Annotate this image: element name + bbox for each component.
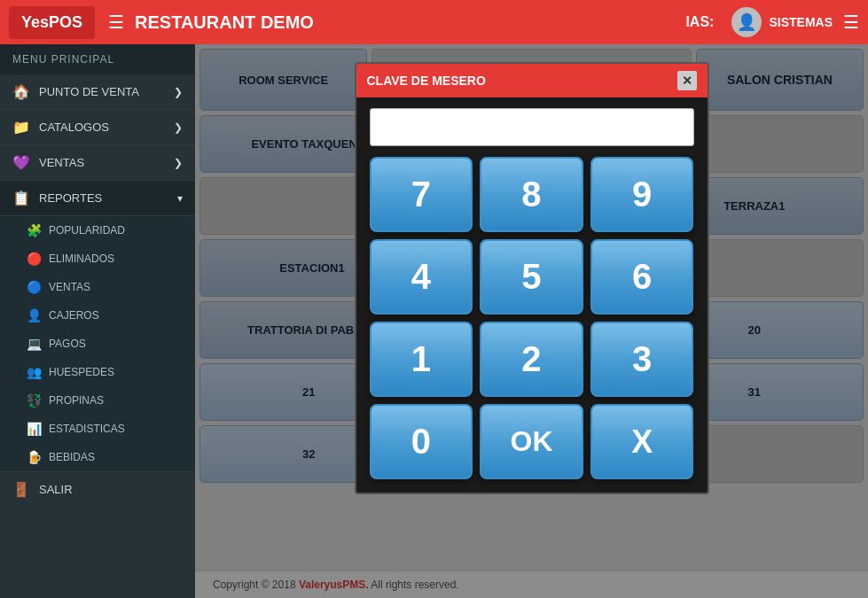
chevron-right-icon: ❯ [174, 86, 183, 98]
sidebar-label-ventas: VENTAS [39, 156, 84, 169]
modal-close-button[interactable]: ✕ [677, 71, 697, 90]
keypad-ok[interactable]: OK [480, 404, 583, 479]
clave-mesero-modal: CLAVE DE MESERO ✕ 7 8 9 4 5 6 1 2 3 0 OK… [355, 62, 709, 494]
salir-icon: 🚪 [12, 481, 30, 498]
cajeros-icon: 👤 [27, 308, 42, 322]
username-label: SISTEMAS [769, 15, 833, 29]
sidebar-item-punto-de-venta[interactable]: 🏠 PUNTO DE VENTA ❯ [0, 74, 195, 110]
ventas-sub-icon: 🔵 [27, 280, 42, 294]
main-content: ROOM SERVICE SALON CRISTIAN EVENTO TAXQU… [195, 44, 868, 598]
sidebar-item-salir[interactable]: 🚪 SALIR [0, 471, 195, 507]
sub-label-popularidad: POPULARIDAD [49, 224, 125, 237]
reportes-submenu: 🧩 POPULARIDAD 🔴 ELIMINADOS 🔵 VENTAS 👤 CA… [0, 216, 195, 471]
top-menu-icon[interactable]: ☰ [843, 12, 859, 33]
main-layout: Menu Principal 🏠 PUNTO DE VENTA ❯ 📁 CATA… [0, 44, 868, 598]
notifications-label: IAS: [685, 14, 714, 30]
sidebar-label-catalogos: CATALOGOS [39, 120, 109, 134]
sidebar-item-popularidad[interactable]: 🧩 POPULARIDAD [0, 216, 195, 245]
keypad-5[interactable]: 5 [480, 239, 583, 315]
keypad-2[interactable]: 2 [480, 322, 583, 397]
sidebar-item-cajeros[interactable]: 👤 CAJEROS [0, 301, 195, 330]
sidebar-item-huespedes[interactable]: 👥 HUESPEDES [0, 358, 195, 386]
chevron-down-icon: ▾ [177, 192, 183, 205]
sub-label-pagos: PAGOS [49, 338, 86, 350]
hamburger-icon[interactable]: ☰ [108, 12, 124, 33]
sub-label-eliminados: ELIMINADOS [49, 252, 114, 265]
propinas-icon: 💱 [27, 393, 42, 408]
popularidad-icon: 🧩 [27, 223, 42, 237]
brand-logo: YesPOS [9, 6, 95, 39]
keypad-4[interactable]: 4 [370, 239, 473, 315]
chevron-right-icon2: ❯ [174, 121, 183, 134]
sidebar-header: Menu Principal [0, 44, 195, 74]
keypad-0[interactable]: 0 [370, 404, 473, 479]
user-area: 👤 SISTEMAS [731, 7, 833, 37]
keypad-6[interactable]: 6 [590, 239, 694, 315]
sidebar-item-estadisticas[interactable]: 📊 ESTADISTICAS [0, 415, 195, 443]
sub-label-estadisticas: ESTADISTICAS [49, 423, 125, 435]
keypad-3[interactable]: 3 [590, 322, 694, 397]
sidebar: Menu Principal 🏠 PUNTO DE VENTA ❯ 📁 CATA… [0, 44, 195, 598]
keypad-7[interactable]: 7 [370, 157, 473, 232]
keypad-8[interactable]: 8 [480, 157, 583, 232]
sidebar-item-eliminados[interactable]: 🔴 ELIMINADOS [0, 245, 195, 273]
sidebar-item-propinas[interactable]: 💱 PROPINAS [0, 386, 195, 415]
reportes-icon: 📋 [12, 190, 30, 206]
modal-overlay: CLAVE DE MESERO ✕ 7 8 9 4 5 6 1 2 3 0 OK… [195, 44, 868, 598]
sidebar-item-bebidas[interactable]: 🍺 BEBIDAS [0, 443, 195, 471]
keypad-9[interactable]: 9 [590, 157, 694, 232]
salir-label: SALIR [39, 483, 73, 496]
sidebar-item-ventas[interactable]: 💜 VENTAS ❯ [0, 145, 195, 181]
sub-label-ventas: VENTAS [49, 281, 90, 293]
keypad-1[interactable]: 1 [370, 322, 473, 397]
sidebar-label-reportes: REPORTES [39, 191, 102, 205]
estadisticas-icon: 📊 [27, 422, 42, 436]
keypad-grid: 7 8 9 4 5 6 1 2 3 0 OK X [370, 157, 694, 479]
sub-label-cajeros: CAJEROS [49, 309, 99, 322]
sub-label-bebidas: BEBIDAS [49, 451, 95, 463]
modal-title: CLAVE DE MESERO [367, 74, 486, 88]
sub-label-huespedes: HUESPEDES [49, 366, 114, 378]
huespedes-icon: 👥 [27, 365, 42, 379]
sidebar-label-punto: PUNTO DE VENTA [39, 85, 139, 98]
pagos-icon: 💻 [27, 337, 42, 351]
sidebar-item-ventas-sub[interactable]: 🔵 VENTAS [0, 273, 195, 301]
eliminados-icon: 🔴 [27, 252, 42, 266]
modal-header: CLAVE DE MESERO ✕ [356, 64, 708, 97]
sub-label-propinas: PROPINAS [49, 394, 104, 407]
home-icon: 🏠 [12, 83, 30, 100]
clave-input[interactable] [370, 108, 694, 146]
app-title: RESTAURANT DEMO [135, 12, 685, 33]
keypad-x[interactable]: X [590, 404, 694, 479]
ventas-icon: 💜 [12, 154, 30, 171]
folder-icon: 📁 [12, 119, 30, 136]
top-navigation: YesPOS ☰ RESTAURANT DEMO IAS: 👤 SISTEMAS… [0, 0, 868, 44]
avatar: 👤 [731, 7, 762, 37]
bebidas-icon: 🍺 [27, 450, 42, 464]
sidebar-item-catalogos[interactable]: 📁 CATALOGOS ❯ [0, 110, 195, 145]
sidebar-item-pagos[interactable]: 💻 PAGOS [0, 330, 195, 358]
sidebar-item-reportes[interactable]: 📋 REPORTES ▾ [0, 181, 195, 216]
chevron-right-icon3: ❯ [174, 157, 183, 169]
